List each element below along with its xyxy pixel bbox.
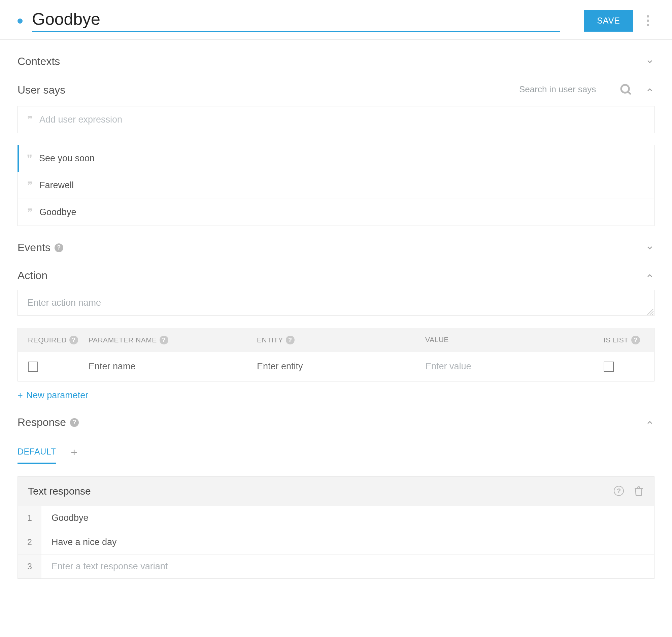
events-title: Events xyxy=(18,241,51,254)
response-variant-number: 1 xyxy=(18,506,41,530)
contexts-title: Contexts xyxy=(18,55,60,68)
quote-icon: ❞ xyxy=(27,152,32,164)
events-expand-toggle[interactable] xyxy=(645,243,654,253)
action-name-input[interactable] xyxy=(18,290,654,315)
add-expression-placeholder: Add user expression xyxy=(39,114,122,125)
islist-checkbox[interactable] xyxy=(604,362,614,372)
user-expression-row[interactable]: ❞ See you soon xyxy=(18,145,654,172)
new-parameter-label: New parameter xyxy=(26,390,89,401)
action-name-wrap xyxy=(18,290,654,316)
col-entity-label: ENTITY xyxy=(257,336,283,344)
section-response: Response ? xyxy=(18,401,654,429)
intent-name-input[interactable] xyxy=(32,10,560,32)
contexts-expand-toggle[interactable] xyxy=(645,57,654,66)
param-value-input[interactable]: Enter value xyxy=(425,361,471,371)
save-button[interactable]: SAVE xyxy=(584,10,633,32)
parameter-row[interactable]: Enter name Enter entity Enter value xyxy=(18,352,654,381)
text-response-card: Text response ? 1 Goodbye 2 Have a nice … xyxy=(18,476,654,579)
user-says-search-input[interactable] xyxy=(519,84,613,96)
col-value-label: VALUE xyxy=(425,336,449,343)
user-expression-text: Goodbye xyxy=(39,207,76,218)
add-user-expression-input[interactable]: ❞ Add user expression xyxy=(18,106,654,133)
user-expression-row[interactable]: ❞ Goodbye xyxy=(18,199,654,226)
param-name-input[interactable]: Enter name xyxy=(89,361,136,372)
response-variant-number: 3 xyxy=(18,554,41,578)
text-response-help-icon[interactable]: ? xyxy=(614,486,624,496)
required-checkbox[interactable] xyxy=(28,362,38,372)
trash-icon[interactable] xyxy=(633,486,644,497)
response-variant-text[interactable]: Goodbye xyxy=(41,506,654,530)
response-collapse-toggle[interactable] xyxy=(645,418,654,427)
action-title: Action xyxy=(18,269,48,282)
quote-icon: ❞ xyxy=(27,206,33,218)
user-expression-row[interactable]: ❞ Farewell xyxy=(18,172,654,199)
section-contexts: Contexts xyxy=(18,40,654,68)
islist-help-icon[interactable]: ? xyxy=(631,336,640,344)
response-variant-row[interactable]: 2 Have a nice day xyxy=(18,530,654,554)
more-menu-icon[interactable] xyxy=(641,14,654,28)
response-variant-text[interactable]: Have a nice day xyxy=(41,530,654,554)
response-variant-row[interactable]: 3 Enter a text response variant xyxy=(18,554,654,578)
user-says-title: User says xyxy=(18,84,65,96)
new-parameter-button[interactable]: + New parameter xyxy=(18,390,654,401)
response-variant-placeholder[interactable]: Enter a text response variant xyxy=(41,554,654,578)
action-collapse-toggle[interactable] xyxy=(645,271,654,280)
entity-help-icon[interactable]: ? xyxy=(286,336,295,344)
user-says-collapse-toggle[interactable] xyxy=(645,85,654,95)
user-expression-text: Farewell xyxy=(39,180,74,190)
section-action: Action xyxy=(18,254,654,282)
paramname-help-icon[interactable]: ? xyxy=(160,336,168,344)
parameters-header: REQUIRED? PARAMETER NAME? ENTITY? VALUE … xyxy=(18,328,654,352)
plus-icon: + xyxy=(18,390,23,401)
response-variant-number: 2 xyxy=(18,530,41,554)
search-icon[interactable] xyxy=(619,83,633,97)
resize-handle-icon[interactable] xyxy=(648,309,653,315)
required-help-icon[interactable]: ? xyxy=(69,336,78,344)
user-expression-text: See you soon xyxy=(39,153,95,164)
col-paramname-label: PARAMETER NAME xyxy=(89,336,157,344)
response-variant-row[interactable]: 1 Goodbye xyxy=(18,506,654,530)
quote-icon: ❞ xyxy=(27,114,33,126)
parameters-table: REQUIRED? PARAMETER NAME? ENTITY? VALUE … xyxy=(18,328,654,381)
tab-default[interactable]: DEFAULT xyxy=(18,441,56,464)
intent-header: SAVE xyxy=(0,0,672,40)
param-entity-input[interactable]: Enter entity xyxy=(257,361,303,372)
section-user-says: User says xyxy=(18,68,654,97)
quote-icon: ❞ xyxy=(27,179,33,191)
col-required-label: REQUIRED xyxy=(28,336,67,344)
col-islist-label: IS LIST xyxy=(604,336,629,344)
response-title: Response xyxy=(18,416,66,429)
response-tabs: DEFAULT + xyxy=(18,441,654,464)
add-response-tab-button[interactable]: + xyxy=(71,446,77,459)
section-events: Events ? xyxy=(18,226,654,254)
events-help-icon[interactable]: ? xyxy=(55,243,63,252)
text-response-title: Text response xyxy=(28,486,91,497)
svg-line-1 xyxy=(628,92,631,94)
response-help-icon[interactable]: ? xyxy=(70,418,79,427)
intent-status-dot-icon xyxy=(18,19,22,23)
svg-point-0 xyxy=(621,85,629,93)
